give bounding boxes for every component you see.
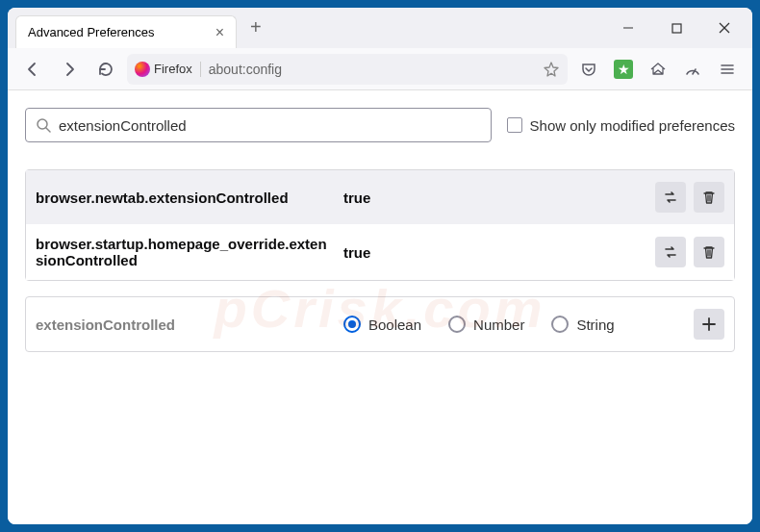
type-number-radio[interactable]: Number <box>448 316 524 333</box>
pref-row: browser.startup.homepage_override.extens… <box>26 224 734 280</box>
type-string-radio[interactable]: String <box>551 316 614 333</box>
radio-icon <box>448 316 466 333</box>
svg-line-9 <box>46 128 50 132</box>
search-box[interactable] <box>25 108 492 142</box>
checkbox-icon <box>507 117 522 133</box>
search-row: Show only modified preferences <box>25 108 735 142</box>
forward-button[interactable] <box>54 54 85 85</box>
radio-label: Number <box>473 317 524 333</box>
new-tab-button[interactable]: + <box>241 11 271 44</box>
delete-button[interactable] <box>694 237 724 267</box>
window-controls <box>608 13 752 42</box>
prefs-list: browser.newtab.extensionControlled true … <box>25 169 735 281</box>
type-boolean-radio[interactable]: Boolean <box>343 316 421 333</box>
bookmark-star-icon[interactable] <box>543 61 560 78</box>
maximize-button[interactable] <box>656 13 697 42</box>
pref-row: browser.newtab.extensionControlled true <box>26 170 734 224</box>
titlebar: Advanced Preferences × + <box>8 8 752 48</box>
reload-button[interactable] <box>90 54 121 85</box>
svg-rect-1 <box>672 24 681 33</box>
close-window-button[interactable] <box>704 13 745 42</box>
radio-icon <box>551 316 569 333</box>
browser-tab[interactable]: Advanced Preferences × <box>15 15 237 48</box>
toolbar-actions: ★ <box>573 54 743 85</box>
delete-button[interactable] <box>694 182 724 213</box>
close-tab-icon[interactable]: × <box>215 24 224 41</box>
tab-title: Advanced Preferences <box>28 25 208 39</box>
pref-name: browser.newtab.extensionControlled <box>36 190 334 206</box>
radio-label: String <box>576 317 614 333</box>
type-radios: Boolean Number String <box>343 316 684 333</box>
new-pref-name: extensionControlled <box>36 317 334 333</box>
firefox-icon <box>135 62 150 77</box>
toggle-button[interactable] <box>655 237 686 267</box>
mail-icon[interactable] <box>643 54 673 85</box>
minimize-button[interactable] <box>608 13 648 42</box>
pocket-icon[interactable] <box>573 54 604 85</box>
search-input[interactable] <box>59 117 481 134</box>
browser-window: Advanced Preferences × + Firefox about:c… <box>8 8 752 524</box>
meter-icon[interactable] <box>677 54 708 85</box>
toggle-button[interactable] <box>655 182 686 213</box>
search-icon <box>36 117 51 133</box>
show-modified-label: Show only modified preferences <box>530 117 735 134</box>
identity-label: Firefox <box>154 62 192 76</box>
pref-actions <box>655 182 724 213</box>
radio-icon <box>343 316 361 333</box>
nav-toolbar: Firefox about:config ★ <box>8 48 752 90</box>
radio-label: Boolean <box>368 317 421 333</box>
pref-actions <box>655 237 724 267</box>
back-button[interactable] <box>17 54 48 85</box>
show-modified-checkbox[interactable]: Show only modified preferences <box>507 117 735 134</box>
extension-icon[interactable]: ★ <box>608 54 639 85</box>
pref-name: browser.startup.homepage_override.extens… <box>36 236 334 268</box>
identity-box[interactable]: Firefox <box>135 62 201 77</box>
url-text: about:config <box>209 62 535 77</box>
pref-value: true <box>343 244 646 261</box>
hamburger-menu-icon[interactable] <box>712 54 743 85</box>
add-pref-button[interactable] <box>694 309 724 340</box>
pref-value: true <box>343 190 646 206</box>
config-content: pCrisk.com Show only modified preference… <box>8 90 752 524</box>
url-bar[interactable]: Firefox about:config <box>127 54 568 85</box>
new-pref-row: extensionControlled Boolean Number Strin… <box>25 296 735 352</box>
